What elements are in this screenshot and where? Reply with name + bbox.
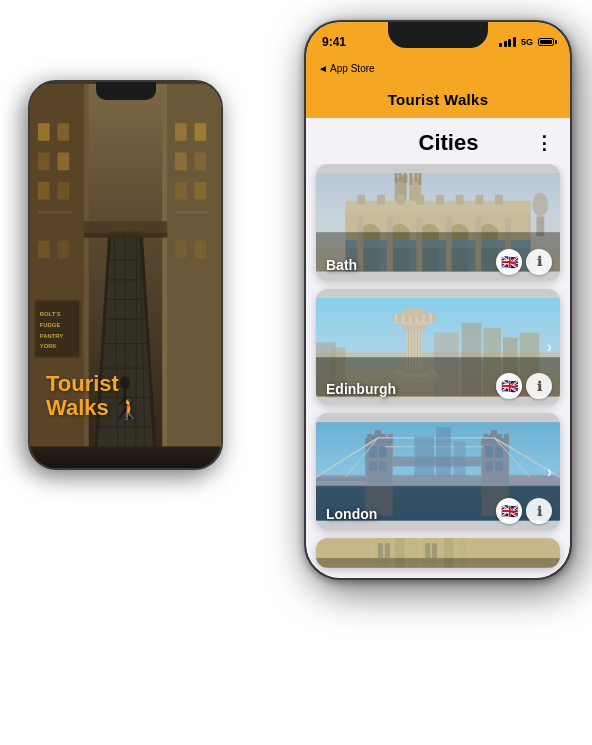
svg-rect-29 bbox=[195, 241, 207, 259]
svg-rect-82 bbox=[475, 195, 483, 205]
chevron-right-london: › bbox=[547, 463, 552, 481]
svg-rect-58 bbox=[404, 173, 407, 183]
flag-badge-edinburgh: 🇬🇧 bbox=[496, 373, 522, 399]
svg-text:ROLT'S: ROLT'S bbox=[40, 311, 61, 317]
svg-rect-136 bbox=[495, 446, 503, 458]
svg-rect-8 bbox=[38, 182, 50, 200]
svg-rect-10 bbox=[38, 211, 72, 213]
walks-label: Walks 🚶 bbox=[46, 396, 205, 420]
svg-rect-21 bbox=[175, 123, 187, 141]
svg-rect-9 bbox=[57, 182, 69, 200]
svg-rect-119 bbox=[379, 446, 387, 458]
scene: ROLT'S FUDGE PANTRY YORK bbox=[0, 0, 592, 745]
city-badges-bath: 🇬🇧 ℹ bbox=[496, 249, 552, 275]
svg-point-73 bbox=[532, 193, 548, 217]
svg-rect-131 bbox=[316, 478, 367, 482]
svg-rect-26 bbox=[195, 182, 207, 200]
svg-rect-5 bbox=[57, 123, 69, 141]
svg-rect-111 bbox=[429, 314, 432, 324]
city-label-bath: Bath bbox=[326, 257, 357, 273]
front-phone-notch bbox=[388, 22, 488, 48]
city-card-bath[interactable]: Bath 🇬🇧 ℹ bbox=[316, 164, 560, 281]
svg-rect-168 bbox=[432, 543, 437, 558]
city-card-london[interactable]: London 🇬🇧 ℹ › bbox=[316, 413, 560, 530]
svg-rect-77 bbox=[377, 195, 385, 205]
svg-rect-60 bbox=[409, 173, 412, 185]
svg-rect-57 bbox=[399, 173, 402, 181]
svg-rect-25 bbox=[175, 182, 187, 200]
svg-rect-129 bbox=[388, 434, 393, 440]
city-label-edinburgh: Edinburgh bbox=[326, 381, 396, 397]
city-card-edinburgh[interactable]: Edinburgh 🇬🇧 ℹ › bbox=[316, 289, 560, 406]
app-store-bar[interactable]: ◄ App Store bbox=[306, 56, 570, 80]
svg-rect-120 bbox=[369, 462, 377, 472]
cities-title: Cities bbox=[362, 130, 535, 156]
svg-rect-106 bbox=[395, 314, 398, 324]
cities-list: Bath 🇬🇧 ℹ bbox=[306, 164, 570, 578]
svg-rect-24 bbox=[195, 153, 207, 171]
svg-rect-169 bbox=[316, 558, 560, 568]
info-badge-bath[interactable]: ℹ bbox=[526, 249, 552, 275]
status-icons: 5G bbox=[499, 37, 554, 47]
svg-rect-135 bbox=[485, 446, 493, 458]
svg-rect-155 bbox=[436, 427, 451, 476]
svg-rect-83 bbox=[495, 195, 503, 205]
svg-rect-156 bbox=[454, 442, 466, 476]
svg-point-112 bbox=[403, 307, 427, 317]
flag-badge-london: 🇬🇧 bbox=[496, 498, 522, 524]
svg-rect-78 bbox=[397, 195, 405, 205]
svg-rect-22 bbox=[195, 123, 207, 141]
app-store-back[interactable]: ◄ App Store bbox=[318, 63, 375, 74]
svg-text:YORK: YORK bbox=[40, 343, 58, 349]
svg-rect-165 bbox=[378, 543, 383, 558]
nav-bar: Tourist Walks bbox=[306, 80, 570, 118]
svg-rect-61 bbox=[414, 173, 417, 182]
svg-rect-107 bbox=[402, 314, 405, 324]
svg-rect-12 bbox=[57, 241, 69, 259]
svg-rect-52 bbox=[30, 446, 221, 466]
svg-rect-126 bbox=[367, 434, 372, 440]
svg-rect-137 bbox=[485, 462, 493, 472]
back-phone-notch bbox=[96, 82, 156, 100]
svg-rect-56 bbox=[395, 173, 398, 183]
svg-rect-145 bbox=[497, 434, 502, 440]
back-phone-logo: Tourist Walks 🚶 bbox=[46, 372, 205, 420]
svg-text:FUDGE: FUDGE bbox=[40, 322, 61, 328]
svg-rect-128 bbox=[381, 434, 386, 440]
city-badges-edinburgh: 🇬🇧 ℹ bbox=[496, 373, 552, 399]
svg-rect-166 bbox=[385, 543, 390, 558]
battery-icon bbox=[538, 38, 554, 46]
walking-figure-icon: 🚶 bbox=[117, 398, 142, 420]
phone-front: 9:41 5G ◄ App Store bbox=[304, 20, 572, 580]
more-menu-icon[interactable]: ⋮ bbox=[535, 132, 554, 154]
network-type: 5G bbox=[521, 37, 533, 47]
svg-text:PANTRY: PANTRY bbox=[40, 333, 64, 339]
svg-rect-80 bbox=[436, 195, 444, 205]
svg-rect-148 bbox=[393, 476, 482, 486]
city-card-york[interactable] bbox=[316, 538, 560, 568]
svg-rect-11 bbox=[38, 241, 50, 259]
svg-rect-6 bbox=[38, 153, 50, 171]
content-area: Cities ⋮ bbox=[306, 118, 570, 578]
flag-badge-bath: 🇬🇧 bbox=[496, 249, 522, 275]
chevron-right-edinburgh: › bbox=[547, 338, 552, 356]
status-time: 9:41 bbox=[322, 35, 346, 49]
svg-rect-138 bbox=[495, 462, 503, 472]
svg-rect-143 bbox=[483, 434, 488, 440]
signal-bars bbox=[499, 37, 516, 47]
svg-rect-7 bbox=[57, 153, 69, 171]
svg-rect-79 bbox=[416, 195, 424, 205]
svg-rect-76 bbox=[357, 195, 365, 205]
svg-rect-23 bbox=[175, 153, 187, 171]
phone-back: ROLT'S FUDGE PANTRY YORK bbox=[28, 80, 223, 470]
svg-rect-81 bbox=[456, 195, 464, 205]
city-badges-london: 🇬🇧 ℹ bbox=[496, 498, 552, 524]
svg-rect-167 bbox=[425, 543, 430, 558]
svg-rect-144 bbox=[490, 434, 495, 440]
svg-rect-4 bbox=[38, 123, 50, 141]
info-badge-edinburgh[interactable]: ℹ bbox=[526, 373, 552, 399]
svg-rect-147 bbox=[509, 476, 560, 486]
nav-title: Tourist Walks bbox=[388, 91, 489, 108]
cities-header: Cities ⋮ bbox=[306, 118, 570, 164]
info-badge-london[interactable]: ℹ bbox=[526, 498, 552, 524]
